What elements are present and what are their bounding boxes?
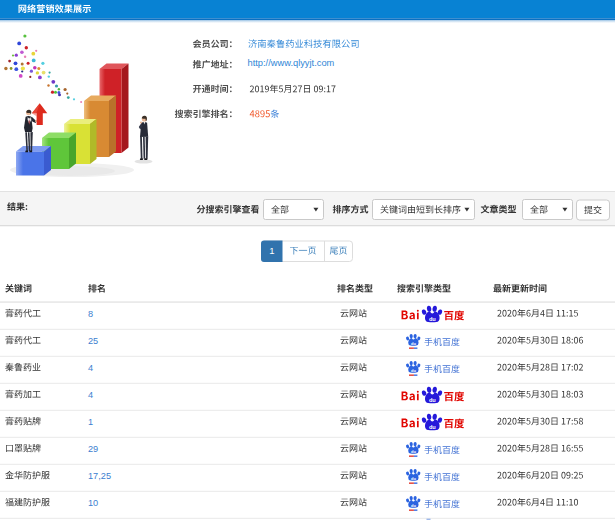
- svg-text:10: 10: [88, 498, 98, 508]
- svg-text:8: 8: [88, 309, 93, 319]
- svg-text:25: 25: [88, 336, 98, 346]
- svg-text:du: du: [411, 368, 416, 373]
- svg-text:1: 1: [88, 417, 93, 427]
- svg-text:du: du: [411, 503, 416, 508]
- svg-text:http://www.qlyyjt.com: http://www.qlyyjt.com: [248, 58, 335, 68]
- svg-text:1: 1: [269, 245, 274, 256]
- svg-text:du: du: [411, 341, 416, 346]
- svg-text:du: du: [411, 449, 416, 454]
- svg-text:du: du: [429, 316, 436, 322]
- svg-text:4: 4: [88, 390, 93, 400]
- svg-text:du: du: [429, 397, 436, 403]
- svg-text:du: du: [429, 424, 436, 430]
- svg-text:du: du: [411, 476, 416, 481]
- svg-text:4: 4: [88, 363, 93, 373]
- svg-text:17,25: 17,25: [88, 471, 111, 481]
- svg-text:29: 29: [88, 444, 98, 454]
